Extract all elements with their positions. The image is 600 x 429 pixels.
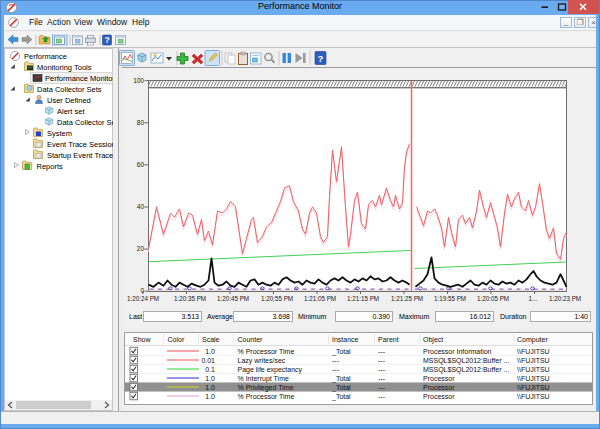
svg-text:Performance: Performance (24, 52, 67, 61)
svg-text:Processor: Processor (423, 393, 455, 400)
svg-text:---: --- (378, 384, 386, 391)
svg-text:Color: Color (168, 336, 185, 343)
svg-text:Parent: Parent (378, 336, 399, 343)
svg-text:Processor Information: Processor Information (423, 348, 492, 355)
svg-text:\\FUJITSU: \\FUJITSU (517, 375, 550, 382)
svg-text:Processor: Processor (423, 375, 455, 382)
svg-text:Alert set: Alert set (57, 107, 85, 116)
svg-text:Event Trace Sessions: Event Trace Sessions (47, 140, 113, 149)
svg-text:1.0: 1.0 (205, 384, 215, 391)
svg-text:Data Collector Set P: Data Collector Set P (57, 118, 113, 127)
svg-text:---: --- (378, 366, 386, 373)
svg-text:---: --- (378, 393, 386, 400)
svg-text:0.1: 0.1 (205, 366, 215, 373)
svg-text:0.01: 0.01 (201, 357, 215, 364)
svg-text:% Processor Time: % Processor Time (238, 348, 295, 355)
svg-text:_Total: _Total (331, 348, 351, 356)
svg-text:---: --- (332, 366, 340, 373)
svg-text:Lazy writes/sec: Lazy writes/sec (238, 357, 286, 365)
svg-text:1.0: 1.0 (205, 393, 215, 400)
svg-text:MSSQL$SQL2012:Buffer ...: MSSQL$SQL2012:Buffer ... (423, 357, 509, 365)
svg-text:1.0: 1.0 (205, 348, 215, 355)
svg-text:?: ? (318, 53, 324, 64)
svg-text:---: --- (378, 375, 386, 382)
svg-text:Counter: Counter (238, 336, 264, 343)
svg-text:\\FUJITSU: \\FUJITSU (517, 357, 550, 364)
svg-text:% Processor Time: % Processor Time (238, 393, 295, 400)
svg-text:_Total: _Total (331, 384, 351, 392)
svg-text:Monitoring Tools: Monitoring Tools (37, 63, 92, 72)
svg-text:User Defined: User Defined (47, 96, 91, 105)
svg-text:Performance Monitor: Performance Monitor (45, 74, 113, 83)
svg-text:Scale: Scale (202, 336, 220, 343)
svg-text:_Total: _Total (331, 375, 351, 383)
svg-text:1.0: 1.0 (205, 375, 215, 382)
svg-text:Instance: Instance (332, 336, 359, 343)
svg-text:Data Collector Sets: Data Collector Sets (37, 85, 102, 94)
svg-text:% Privileged Time: % Privileged Time (238, 384, 294, 392)
svg-text:---: --- (378, 357, 386, 364)
svg-text:---: --- (332, 357, 340, 364)
svg-text:Reports: Reports (37, 162, 64, 171)
svg-text:\\FUJITSU: \\FUJITSU (517, 384, 550, 391)
svg-text:\\FUJITSU: \\FUJITSU (517, 348, 550, 355)
svg-text:Computer: Computer (517, 336, 548, 344)
svg-text:\\FUJITSU: \\FUJITSU (517, 393, 550, 400)
svg-text:% Interrupt Time: % Interrupt Time (238, 375, 289, 383)
svg-text:\\FUJITSU: \\FUJITSU (517, 366, 550, 373)
svg-text:---: --- (378, 348, 386, 355)
svg-text:Page life expectancy: Page life expectancy (238, 366, 303, 374)
svg-text:Object: Object (423, 336, 443, 344)
svg-text:System: System (47, 129, 72, 138)
svg-text:MSSQL$SQL2012:Buffer ...: MSSQL$SQL2012:Buffer ... (423, 366, 509, 374)
svg-text:Show: Show (133, 336, 151, 343)
svg-text:Processor: Processor (423, 384, 455, 391)
svg-text:Startup Event Trace Ses: Startup Event Trace Ses (47, 151, 113, 160)
svg-text:_Total: _Total (331, 393, 351, 401)
svg-text:?: ? (104, 35, 109, 45)
